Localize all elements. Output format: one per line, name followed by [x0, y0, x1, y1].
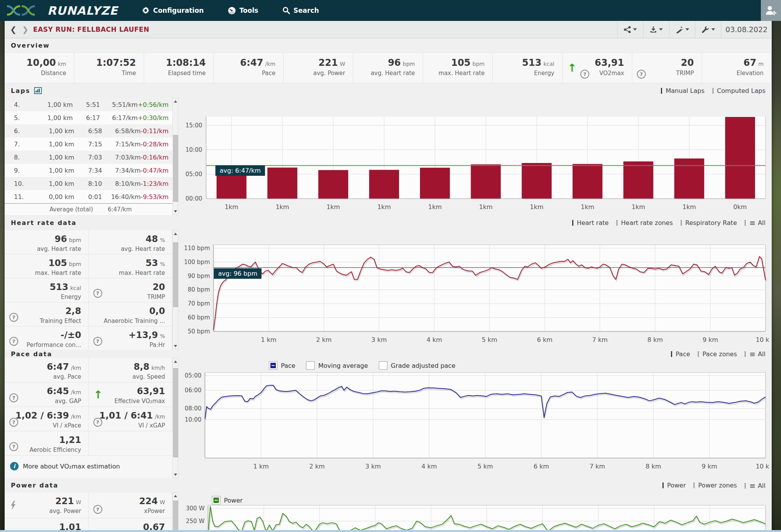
scroll-thumb[interactable] [173, 368, 178, 457]
activity-titlebar: ❮ ❯ EASY RUN: FELLBACH LAUFEN 03.08.2022 [5, 21, 772, 38]
pace-line-chart[interactable]: 1 km2 km3 km4 km5 km6 km7 km8 km9 km10 k… [183, 358, 769, 478]
download-button[interactable] [643, 21, 669, 38]
scroll-down-arrow[interactable] [173, 343, 178, 349]
table-row[interactable]: 5.1,00 km6:176:17/km+0:30/km [5, 111, 172, 124]
help-icon[interactable]: ? [93, 289, 102, 298]
table-row[interactable]: 4.1,00 km5:515:51/km+0:56/km [5, 98, 172, 111]
help-icon[interactable]: ? [9, 313, 18, 322]
scroll-thumb[interactable] [173, 501, 178, 532]
hr-stats-panel: 96bpmavg. Heart rate48%avg. Heart rate10… [5, 230, 178, 350]
pace-scrollbar[interactable] [172, 358, 178, 478]
brand-text: RUNALYZE [47, 4, 118, 17]
settings-wrench-button[interactable] [695, 21, 721, 38]
help-icon[interactable]: ? [9, 337, 18, 346]
tab-pace-zones[interactable]: Pace zones [698, 350, 737, 358]
tab-heart-rate[interactable]: Heart rate [572, 219, 609, 227]
table-row[interactable]: 10.1,00 km8:108:10/km-1:23/km [5, 177, 172, 190]
legend-moving-average[interactable]: Moving average [306, 361, 368, 370]
tab-respiratory-rate[interactable]: Respiratory Rate [681, 219, 737, 227]
overview-stats-row: 10,00kmDistance1:07:52Time1:08:14Elapsed… [5, 52, 772, 83]
share-button[interactable] [617, 21, 643, 38]
tab-pace[interactable]: Pace [671, 350, 690, 358]
table-row[interactable]: 11.0,00 km0:0116:40/km-9:53/km [5, 190, 172, 203]
scroll-down-arrow[interactable] [173, 209, 178, 214]
svg-text:1km: 1km [428, 203, 442, 211]
help-icon[interactable]: ? [9, 393, 18, 402]
runalyze-logo[interactable]: RUNALYZE [6, 4, 118, 17]
help-icon[interactable]: ? [9, 418, 18, 427]
table-row[interactable]: 7.1,00 km7:157:15/km-0:28/km [5, 137, 172, 151]
hr-section-body: 96bpmavg. Heart rate48%avg. Heart rate10… [5, 230, 772, 350]
scroll-thumb[interactable] [173, 242, 178, 307]
svg-text:1km: 1km [377, 203, 391, 211]
stat-avg-power: 221Wavg. Power [5, 493, 89, 518]
help-icon[interactable]: ? [93, 337, 102, 346]
help-icon[interactable]: ? [580, 70, 589, 79]
laps-table: 4.1,00 km5:515:51/km+0:56/km5.1,00 km6:1… [5, 98, 172, 203]
tab-all[interactable]: ≡All [745, 481, 766, 490]
stat-avg-heart-rate: 96bpmavg. Heart rate [5, 230, 89, 254]
legend-pace[interactable]: Pace [269, 361, 295, 370]
tab-all[interactable]: ≡All [745, 350, 766, 358]
help-icon[interactable]: ? [637, 70, 646, 79]
stat-avg-power: 221Wavg. Power [284, 53, 353, 83]
tab-all[interactable]: ≡All [745, 218, 766, 227]
laps-chart-area[interactable]: 00:0005:0010:0015:001km1km1km1km1km1km1k… [183, 98, 769, 215]
tab-manual-laps[interactable]: Manual Laps [661, 87, 704, 94]
tab-power[interactable]: Power [662, 482, 686, 489]
stat-empty [89, 431, 173, 456]
svg-text:3 km: 3 km [371, 336, 387, 343]
stat-trimp: ?20TRIMP [632, 53, 702, 83]
tab-power-zones[interactable]: Power zones [693, 482, 737, 489]
avg-tooltip: avg: 6:47/km [215, 165, 265, 176]
chevron-down-icon [685, 28, 689, 31]
bar-chart-icon[interactable] [34, 87, 42, 94]
nav-search[interactable]: Search [282, 7, 319, 14]
svg-text:1km: 1km [327, 203, 340, 211]
activity-panel: ❮ ❯ EASY RUN: FELLBACH LAUFEN 03.08.2022 [5, 21, 772, 532]
search-icon [282, 7, 290, 14]
stat-effective-vo-max: ↑63,91Effective VO₂max [89, 383, 173, 407]
nav-configuration[interactable]: Configuration [142, 7, 204, 14]
account-button[interactable] [761, 0, 781, 21]
hr-line-chart[interactable]: 1 km2 km3 km4 km5 km6 km7 km8 km9 km10 k… [183, 230, 769, 350]
scroll-down-arrow[interactable] [173, 472, 178, 477]
help-icon[interactable]: ? [9, 442, 18, 451]
power-chart-area[interactable]: 300 W250 WPower [183, 493, 769, 532]
scroll-up-arrow[interactable] [173, 231, 178, 237]
svg-text:9 km: 9 km [702, 336, 718, 343]
laps-bar-chart[interactable]: 00:0005:0010:0015:001km1km1km1km1km1km1k… [183, 98, 769, 215]
svg-text:4 km: 4 km [427, 336, 442, 343]
scroll-up-arrow[interactable] [173, 359, 178, 364]
table-row[interactable]: 9.1,00 km7:347:34/km-0:47/km [5, 164, 172, 177]
legend-grade-adjusted-pace[interactable]: Grade adjusted pace [379, 361, 456, 370]
next-activity-chevron[interactable]: ❯ [22, 26, 29, 33]
legend-power[interactable]: Power [212, 496, 243, 505]
laps-scrollbar[interactable] [172, 98, 178, 215]
tab-heart-rate-zones[interactable]: Heart rate zones [616, 219, 673, 227]
scroll-up-arrow[interactable] [173, 99, 178, 104]
vo2max-info-link[interactable]: i More about VO₂max estimation [5, 456, 172, 477]
edit-wand-button[interactable] [669, 21, 695, 38]
table-row[interactable]: 8.1,00 km7:037:03/km-0:16/km [5, 151, 172, 164]
power-scrollbar[interactable] [172, 493, 178, 532]
help-icon[interactable]: ? [93, 418, 102, 427]
help-icon[interactable]: ? [93, 505, 102, 514]
stat-avg-pace: 6:47/kmavg. Pace [5, 358, 89, 383]
scroll-thumb[interactable] [173, 135, 178, 202]
stat-aerobic-efficiency: ?1,21Aerobic Efficiency [5, 431, 89, 456]
stat-pace: 6:47/kmPace [214, 53, 284, 83]
nav-tools[interactable]: Tools [228, 7, 258, 15]
pace-chart-area[interactable]: 1 km2 km3 km4 km5 km6 km7 km8 km9 km10 k… [183, 358, 769, 478]
prev-activity-chevron[interactable]: ❮ [10, 26, 17, 33]
table-row[interactable]: 6.1,00 km6:586:58/km-0:11/km [5, 124, 172, 137]
scroll-up-arrow[interactable] [173, 493, 178, 499]
svg-text:8 km: 8 km [647, 336, 663, 343]
hr-chart-area[interactable]: 1 km2 km3 km4 km5 km6 km7 km8 km9 km10 k… [183, 230, 769, 350]
power-line-chart[interactable]: 300 W250 W [183, 493, 769, 532]
menu-icon: ≡ [749, 350, 755, 358]
hr-scrollbar[interactable] [172, 230, 178, 350]
svg-text:5 km: 5 km [482, 336, 497, 343]
svg-text:6 km: 6 km [537, 336, 552, 343]
tab-computed-laps[interactable]: Computed Laps [712, 87, 766, 94]
